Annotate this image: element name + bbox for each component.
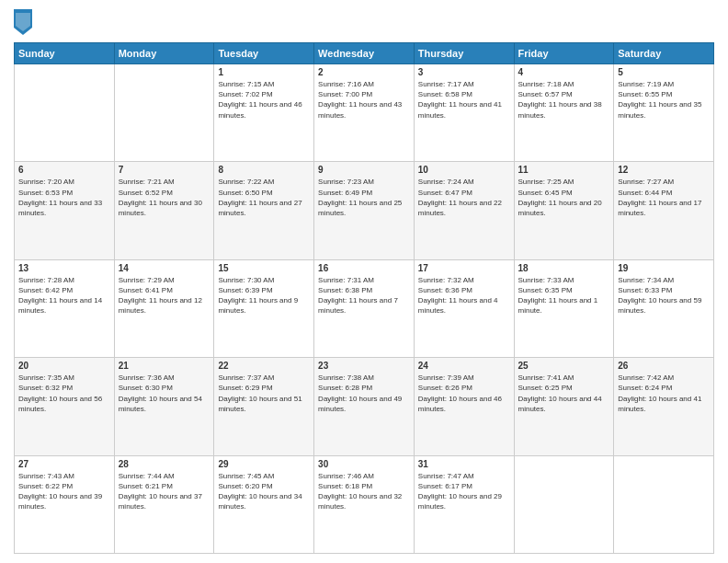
calendar-cell: 14Sunrise: 7:29 AM Sunset: 6:41 PM Dayli… — [114, 259, 214, 357]
day-number: 2 — [318, 67, 410, 77]
day-info: Sunrise: 7:43 AM Sunset: 6:22 PM Dayligh… — [18, 471, 110, 512]
calendar-cell: 11Sunrise: 7:25 AM Sunset: 6:45 PM Dayli… — [514, 162, 614, 259]
day-number: 14 — [119, 263, 210, 273]
day-info: Sunrise: 7:36 AM Sunset: 6:30 PM Dayligh… — [119, 373, 210, 414]
day-number: 27 — [18, 459, 110, 469]
day-info: Sunrise: 7:32 AM Sunset: 6:36 PM Dayligh… — [418, 275, 510, 316]
calendar-cell: 1Sunrise: 7:15 AM Sunset: 7:02 PM Daylig… — [214, 64, 314, 162]
calendar-week-row: 20Sunrise: 7:35 AM Sunset: 6:32 PM Dayli… — [15, 358, 714, 455]
calendar-cell — [15, 64, 115, 162]
day-info: Sunrise: 7:18 AM Sunset: 6:57 PM Dayligh… — [518, 79, 610, 121]
day-info: Sunrise: 7:34 AM Sunset: 6:33 PM Dayligh… — [618, 275, 710, 316]
calendar-cell: 27Sunrise: 7:43 AM Sunset: 6:22 PM Dayli… — [15, 455, 115, 553]
calendar-cell: 2Sunrise: 7:16 AM Sunset: 7:00 PM Daylig… — [314, 64, 415, 162]
day-number: 31 — [418, 459, 510, 469]
calendar-cell: 23Sunrise: 7:38 AM Sunset: 6:28 PM Dayli… — [314, 358, 415, 455]
day-info: Sunrise: 7:16 AM Sunset: 7:00 PM Dayligh… — [318, 79, 410, 121]
calendar-week-row: 27Sunrise: 7:43 AM Sunset: 6:22 PM Dayli… — [15, 455, 714, 553]
day-number: 29 — [218, 459, 310, 469]
day-number: 25 — [518, 361, 610, 371]
calendar-cell: 6Sunrise: 7:20 AM Sunset: 6:53 PM Daylig… — [15, 162, 115, 259]
calendar-cell: 24Sunrise: 7:39 AM Sunset: 6:26 PM Dayli… — [414, 358, 514, 455]
calendar-cell: 20Sunrise: 7:35 AM Sunset: 6:32 PM Dayli… — [15, 358, 115, 455]
day-info: Sunrise: 7:25 AM Sunset: 6:45 PM Dayligh… — [518, 177, 610, 218]
day-number: 19 — [618, 263, 710, 273]
day-number: 17 — [418, 263, 510, 273]
day-number: 26 — [618, 361, 710, 371]
day-number: 15 — [218, 263, 310, 273]
day-info: Sunrise: 7:23 AM Sunset: 6:49 PM Dayligh… — [318, 177, 410, 218]
calendar-cell: 25Sunrise: 7:41 AM Sunset: 6:25 PM Dayli… — [514, 358, 614, 455]
header-monday: Monday — [114, 43, 214, 64]
day-info: Sunrise: 7:28 AM Sunset: 6:42 PM Dayligh… — [18, 275, 110, 316]
day-number: 16 — [318, 263, 410, 273]
calendar-cell: 31Sunrise: 7:47 AM Sunset: 6:17 PM Dayli… — [414, 455, 514, 553]
day-info: Sunrise: 7:20 AM Sunset: 6:53 PM Dayligh… — [18, 177, 110, 218]
day-info: Sunrise: 7:31 AM Sunset: 6:38 PM Dayligh… — [318, 275, 410, 316]
day-info: Sunrise: 7:41 AM Sunset: 6:25 PM Dayligh… — [518, 373, 610, 414]
calendar-cell: 30Sunrise: 7:46 AM Sunset: 6:18 PM Dayli… — [314, 455, 415, 553]
calendar-cell: 9Sunrise: 7:23 AM Sunset: 6:49 PM Daylig… — [314, 162, 415, 259]
day-info: Sunrise: 7:27 AM Sunset: 6:44 PM Dayligh… — [618, 177, 710, 218]
day-number: 28 — [119, 459, 210, 469]
day-info: Sunrise: 7:21 AM Sunset: 6:52 PM Dayligh… — [119, 177, 210, 218]
header-tuesday: Tuesday — [214, 43, 314, 64]
calendar-cell — [514, 455, 614, 553]
day-info: Sunrise: 7:39 AM Sunset: 6:26 PM Dayligh… — [418, 373, 510, 414]
calendar-cell — [114, 64, 214, 162]
day-info: Sunrise: 7:33 AM Sunset: 6:35 PM Dayligh… — [518, 275, 610, 316]
day-info: Sunrise: 7:15 AM Sunset: 7:02 PM Dayligh… — [218, 79, 310, 121]
header-wednesday: Wednesday — [314, 43, 415, 64]
calendar-cell: 21Sunrise: 7:36 AM Sunset: 6:30 PM Dayli… — [114, 358, 214, 455]
day-number: 4 — [518, 67, 610, 77]
day-number: 8 — [218, 165, 310, 175]
day-info: Sunrise: 7:35 AM Sunset: 6:32 PM Dayligh… — [18, 373, 110, 414]
day-number: 21 — [119, 361, 210, 371]
calendar-cell: 15Sunrise: 7:30 AM Sunset: 6:39 PM Dayli… — [214, 259, 314, 357]
calendar-cell: 26Sunrise: 7:42 AM Sunset: 6:24 PM Dayli… — [614, 358, 714, 455]
logo-icon — [14, 9, 32, 35]
calendar-cell: 17Sunrise: 7:32 AM Sunset: 6:36 PM Dayli… — [414, 259, 514, 357]
day-info: Sunrise: 7:45 AM Sunset: 6:20 PM Dayligh… — [218, 471, 310, 512]
day-info: Sunrise: 7:37 AM Sunset: 6:29 PM Dayligh… — [218, 373, 310, 414]
calendar-week-row: 6Sunrise: 7:20 AM Sunset: 6:53 PM Daylig… — [15, 162, 714, 259]
calendar-cell: 16Sunrise: 7:31 AM Sunset: 6:38 PM Dayli… — [314, 259, 415, 357]
day-info: Sunrise: 7:22 AM Sunset: 6:50 PM Dayligh… — [218, 177, 310, 218]
day-info: Sunrise: 7:44 AM Sunset: 6:21 PM Dayligh… — [119, 471, 210, 512]
day-info: Sunrise: 7:38 AM Sunset: 6:28 PM Dayligh… — [318, 373, 410, 414]
calendar-cell: 22Sunrise: 7:37 AM Sunset: 6:29 PM Dayli… — [214, 358, 314, 455]
day-number: 1 — [218, 67, 310, 77]
calendar-week-row: 13Sunrise: 7:28 AM Sunset: 6:42 PM Dayli… — [15, 259, 714, 357]
calendar-cell: 29Sunrise: 7:45 AM Sunset: 6:20 PM Dayli… — [214, 455, 314, 553]
calendar-cell: 7Sunrise: 7:21 AM Sunset: 6:52 PM Daylig… — [114, 162, 214, 259]
header-saturday: Saturday — [614, 43, 714, 64]
calendar-cell: 18Sunrise: 7:33 AM Sunset: 6:35 PM Dayli… — [514, 259, 614, 357]
calendar-cell: 4Sunrise: 7:18 AM Sunset: 6:57 PM Daylig… — [514, 64, 614, 162]
day-number: 13 — [18, 263, 110, 273]
calendar-cell: 3Sunrise: 7:17 AM Sunset: 6:58 PM Daylig… — [414, 64, 514, 162]
day-number: 22 — [218, 361, 310, 371]
weekday-header-row: Sunday Monday Tuesday Wednesday Thursday… — [15, 43, 714, 64]
calendar-week-row: 1Sunrise: 7:15 AM Sunset: 7:02 PM Daylig… — [15, 64, 714, 162]
page: Sunday Monday Tuesday Wednesday Thursday… — [0, 0, 728, 563]
day-number: 30 — [318, 459, 410, 469]
calendar-cell: 19Sunrise: 7:34 AM Sunset: 6:33 PM Dayli… — [614, 259, 714, 357]
day-info: Sunrise: 7:30 AM Sunset: 6:39 PM Dayligh… — [218, 275, 310, 316]
day-number: 7 — [119, 165, 210, 175]
day-info: Sunrise: 7:29 AM Sunset: 6:41 PM Dayligh… — [119, 275, 210, 316]
day-number: 20 — [18, 361, 110, 371]
calendar-cell: 10Sunrise: 7:24 AM Sunset: 6:47 PM Dayli… — [414, 162, 514, 259]
logo — [14, 9, 34, 35]
day-number: 3 — [418, 67, 510, 77]
day-number: 23 — [318, 361, 410, 371]
day-number: 12 — [618, 165, 710, 175]
header-thursday: Thursday — [414, 43, 514, 64]
day-number: 10 — [418, 165, 510, 175]
calendar-cell: 13Sunrise: 7:28 AM Sunset: 6:42 PM Dayli… — [15, 259, 115, 357]
day-number: 18 — [518, 263, 610, 273]
day-number: 24 — [418, 361, 510, 371]
calendar-cell: 28Sunrise: 7:44 AM Sunset: 6:21 PM Dayli… — [114, 455, 214, 553]
calendar-table: Sunday Monday Tuesday Wednesday Thursday… — [14, 42, 714, 554]
day-info: Sunrise: 7:47 AM Sunset: 6:17 PM Dayligh… — [418, 471, 510, 512]
day-info: Sunrise: 7:17 AM Sunset: 6:58 PM Dayligh… — [418, 79, 510, 121]
